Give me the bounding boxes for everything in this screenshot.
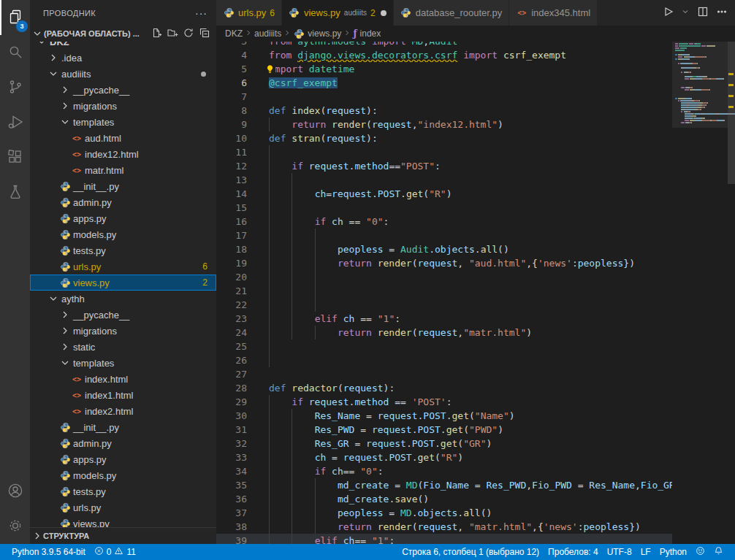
workspace-section-header[interactable]: (РАБОЧАЯ ОБЛАСТЬ) ... — [30, 26, 216, 42]
code-line-19[interactable]: 19 return render(request, "aud.html",{'n… — [216, 256, 672, 270]
minimap[interactable] — [672, 42, 728, 544]
breadcrumb-item-views.py[interactable]: views.py — [293, 28, 341, 39]
code-line-13[interactable]: 13 — [216, 173, 672, 187]
code-line-7[interactable]: 7 — [216, 90, 672, 104]
problems-status[interactable]: 0 11 — [90, 546, 140, 558]
code-line-29[interactable]: 29 if request.method == 'POST': — [216, 395, 672, 409]
tree-item-models.py[interactable]: models.py — [30, 226, 216, 242]
new-file-icon[interactable] — [151, 27, 162, 40]
cursor-position-status[interactable]: Строка 6, столбец 1 (выбрано 12) — [397, 547, 544, 557]
code-editor[interactable]: 3from aythh.models import MD,Audit4from … — [216, 42, 672, 544]
tree-item-migrations[interactable]: migrations — [30, 98, 216, 114]
tree-item-__pycache__[interactable]: __pycache__ — [30, 82, 216, 98]
tree-item-.idea[interactable]: .idea — [30, 50, 216, 66]
code-line-39[interactable]: 39 elif ch== "1": — [216, 534, 672, 544]
tree-item-DKZ[interactable]: DKZ — [30, 42, 216, 50]
code-line-3[interactable]: 3from aythh.models import MD,Audit — [216, 42, 672, 48]
code-line-11[interactable]: 11 — [216, 145, 672, 159]
code-line-5[interactable]: 5import datetime — [216, 62, 672, 76]
language-mode-status[interactable]: Python — [655, 547, 691, 557]
code-line-12[interactable]: 12 if request.method=="POST": — [216, 159, 672, 173]
tree-item-admin.py[interactable]: admin.py — [30, 435, 216, 451]
tab-database_roouter.py[interactable]: database_roouter.py — [394, 0, 510, 26]
code-line-28[interactable]: 28def redactor(request): — [216, 381, 672, 395]
code-line-31[interactable]: 31 Res_PWD = request.POST.get("PWD") — [216, 423, 672, 437]
settings-button[interactable] — [0, 509, 30, 544]
tree-item-aud.html[interactable]: <>aud.html — [30, 130, 216, 146]
tree-item-templates[interactable]: templates — [30, 355, 216, 371]
scrollbar-thumb[interactable] — [728, 42, 735, 184]
overview-ruler[interactable] — [728, 42, 735, 544]
tree-item-models.py[interactable]: models.py — [30, 467, 216, 483]
code-line-26[interactable]: 26 — [216, 353, 672, 367]
code-line-38[interactable]: 38 return render(request, "matr.html",{'… — [216, 520, 672, 534]
feedback-status[interactable] — [691, 546, 709, 558]
source-control-activity-button[interactable] — [0, 70, 30, 105]
tree-item-templates[interactable]: templates — [30, 114, 216, 130]
run-python-file-icon[interactable] — [662, 6, 674, 20]
code-line-20[interactable]: 20 — [216, 270, 672, 284]
code-line-4[interactable]: 4from django.views.decorators.csrf impor… — [216, 48, 672, 62]
explorer-activity-button[interactable]: 3 — [0, 0, 30, 35]
python-interpreter-status[interactable]: Python 3.9.5 64-bit — [7, 547, 90, 557]
code-line-14[interactable]: 14 ch=request.POST.get("R") — [216, 187, 672, 201]
refresh-icon[interactable] — [183, 27, 194, 40]
tree-item-aythh[interactable]: aythh — [30, 291, 216, 307]
code-line-32[interactable]: 32 Res_GR = request.POST.get("GR") — [216, 437, 672, 450]
code-line-34[interactable]: 34 if ch== "0": — [216, 464, 672, 478]
tree-item-migrations[interactable]: migrations — [30, 323, 216, 339]
notifications-status[interactable] — [709, 546, 728, 558]
code-line-36[interactable]: 36 md_create.save() — [216, 492, 672, 506]
tree-item-__init__.py[interactable]: __init__.py — [30, 419, 216, 435]
tree-item-index12.html[interactable]: <>index12.html — [30, 146, 216, 162]
tree-item-static[interactable]: static — [30, 339, 216, 355]
code-line-33[interactable]: 33 ch = request.POST.get("R") — [216, 450, 672, 464]
new-folder-icon[interactable] — [167, 27, 178, 40]
tree-item-index1.html[interactable]: <>index1.html — [30, 387, 216, 403]
code-line-9[interactable]: 9 return render(request,"index12.html") — [216, 118, 672, 131]
outline-section-header[interactable]: СТРУКТУРА — [30, 527, 216, 544]
tree-item-views.py[interactable]: views.py2 — [30, 275, 216, 291]
tree-item-urls.py[interactable]: urls.py — [30, 499, 216, 515]
breadcrumb-item-DKZ[interactable]: DKZ — [225, 28, 243, 39]
collapse-all-icon[interactable] — [199, 27, 210, 40]
tree-item-index2.html[interactable]: <>index2.html — [30, 403, 216, 419]
code-line-15[interactable]: 15 — [216, 201, 672, 215]
tree-item-index.html[interactable]: <>index.html — [30, 371, 216, 387]
tab-views.py[interactable]: views.pyaudiiits2 — [282, 0, 394, 26]
tree-item-views.py[interactable]: views.py — [30, 515, 216, 527]
encoding-status[interactable]: UTF-8 — [603, 547, 636, 557]
tree-item-apps.py[interactable]: apps.py — [30, 451, 216, 467]
code-line-35[interactable]: 35 md_create = MD(Fio_Name = Res_PWD,Fio… — [216, 478, 672, 492]
tree-item-urls.py[interactable]: urls.py6 — [30, 258, 216, 275]
tree-item-admin.py[interactable]: admin.py — [30, 194, 216, 210]
code-line-18[interactable]: 18 peopless = Audit.objects.all() — [216, 242, 672, 256]
tab-urls.py[interactable]: urls.py6 — [216, 0, 282, 26]
dirty-indicator-icon[interactable] — [381, 10, 386, 16]
code-line-37[interactable]: 37 peopless = MD.objects.all() — [216, 506, 672, 520]
tree-item-apps.py[interactable]: apps.py — [30, 210, 216, 226]
code-line-27[interactable]: 27 — [216, 367, 672, 381]
tree-item-matr.html[interactable]: <>matr.html — [30, 162, 216, 178]
code-line-24[interactable]: 24 return render(request,"matr.html") — [216, 326, 672, 340]
code-line-30[interactable]: 30 Res_Name = request.POST.get("Name") — [216, 409, 672, 423]
run-dropdown-chevron-icon[interactable] — [681, 7, 690, 18]
tab-index345.html[interactable]: <>index345.html — [509, 0, 598, 26]
account-button[interactable] — [0, 474, 30, 509]
tree-item-audiiits[interactable]: audiiits — [30, 66, 216, 82]
tree-item-__pycache__[interactable]: __pycache__ — [30, 307, 216, 323]
run-debug-activity-button[interactable] — [0, 105, 30, 140]
code-line-21[interactable]: 21 — [216, 284, 672, 298]
code-line-10[interactable]: 10def stran(request): — [216, 131, 672, 145]
eol-status[interactable]: LF — [636, 547, 655, 557]
code-line-25[interactable]: 25 — [216, 340, 672, 353]
code-line-17[interactable]: 17 — [216, 229, 672, 242]
breadcrumb-item-audiiits[interactable]: audiiits — [254, 28, 281, 39]
lightbulb-icon[interactable] — [264, 64, 275, 74]
indentation-status[interactable]: Пробелов: 4 — [544, 547, 603, 557]
code-line-23[interactable]: 23 elif ch == "1": — [216, 312, 672, 326]
tree-item-tests.py[interactable]: tests.py — [30, 483, 216, 499]
code-line-8[interactable]: 8def index(request): — [216, 104, 672, 118]
more-actions-icon[interactable] — [716, 6, 728, 20]
split-editor-icon[interactable] — [697, 6, 709, 20]
